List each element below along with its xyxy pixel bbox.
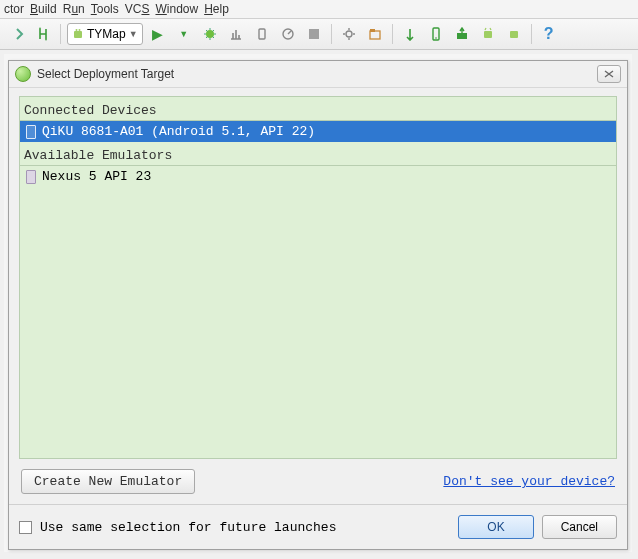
svg-rect-13 — [484, 31, 492, 38]
run-config-label: TYMap — [87, 27, 126, 41]
android-icon[interactable] — [477, 23, 499, 45]
android-icon — [72, 28, 84, 40]
toolbar-separator — [531, 24, 532, 44]
avd-manager-icon[interactable] — [425, 23, 447, 45]
device-pane-footer: Create New Emulator Don't see your devic… — [19, 459, 617, 498]
run-menu-button[interactable]: ▼ — [173, 23, 195, 45]
dont-see-device-link[interactable]: Don't see your device? — [443, 474, 615, 489]
device-list-empty-area[interactable] — [20, 187, 616, 458]
toolbar-separator — [331, 24, 332, 44]
remember-selection-checkbox[interactable] — [19, 521, 32, 534]
dialog-content: Connected Devices QiKU 8681-A01 (Android… — [9, 88, 627, 504]
svg-point-11 — [435, 37, 437, 39]
dialog-title: Select Deployment Target — [37, 67, 591, 81]
stop-button[interactable] — [303, 23, 325, 45]
sync-gradle-icon[interactable] — [399, 23, 421, 45]
profile-button[interactable] — [225, 23, 247, 45]
coverage-icon[interactable] — [277, 23, 299, 45]
save-all-icon[interactable] — [6, 23, 28, 45]
phone-icon — [26, 125, 36, 139]
menu-item-help[interactable]: Help — [204, 2, 229, 16]
svg-rect-12 — [457, 33, 467, 39]
svg-point-1 — [76, 29, 78, 31]
device-list-pane: Connected Devices QiKU 8681-A01 (Android… — [19, 96, 617, 459]
menu-item-window[interactable]: Window — [155, 2, 198, 16]
run-button[interactable]: ▶ — [147, 23, 169, 45]
project-structure-icon[interactable] — [364, 23, 386, 45]
menu-item-build[interactable]: Build — [30, 2, 57, 16]
connected-devices-header: Connected Devices — [20, 97, 616, 120]
deployment-target-dialog: Select Deployment Target Connected Devic… — [8, 60, 628, 550]
toolbar: TYMap ▼ ▶ ▼ ? — [0, 19, 638, 50]
menu-item-tools[interactable]: Tools — [91, 2, 119, 16]
sync-icon[interactable] — [32, 23, 54, 45]
cancel-button[interactable]: Cancel — [542, 515, 617, 539]
svg-point-2 — [79, 29, 81, 31]
chevron-down-icon: ▼ — [129, 29, 138, 39]
svg-rect-0 — [74, 31, 82, 38]
debug-button[interactable] — [199, 23, 221, 45]
device-row-connected[interactable]: QiKU 8681-A01 (Android 5.1, API 22) — [20, 121, 616, 142]
svg-point-7 — [346, 31, 352, 37]
phone-icon — [26, 170, 36, 184]
svg-rect-9 — [370, 29, 375, 32]
settings-icon[interactable] — [338, 23, 360, 45]
toolbar-separator — [392, 24, 393, 44]
svg-rect-6 — [309, 29, 319, 39]
menu-item-refactor[interactable]: ctor — [4, 2, 24, 16]
device-label: QiKU 8681-A01 (Android 5.1, API 22) — [42, 124, 315, 139]
sdk-manager-icon[interactable] — [451, 23, 473, 45]
close-icon — [604, 70, 614, 78]
help-icon[interactable]: ? — [538, 23, 560, 45]
android-monitor-icon[interactable] — [503, 23, 525, 45]
dialog-titlebar: Select Deployment Target — [9, 61, 627, 88]
ok-button[interactable]: OK — [458, 515, 533, 539]
menu-item-vcs[interactable]: VCS — [125, 2, 150, 16]
menu-bar: ctor Build Run Tools VCS Window Help — [0, 0, 638, 19]
svg-rect-14 — [510, 31, 518, 38]
run-config-combo[interactable]: TYMap ▼ — [67, 23, 143, 45]
create-new-emulator-button[interactable]: Create New Emulator — [21, 469, 195, 494]
close-button[interactable] — [597, 65, 621, 83]
device-label: Nexus 5 API 23 — [42, 169, 151, 184]
dialog-footer: Use same selection for future launches O… — [9, 504, 627, 549]
android-studio-icon — [15, 66, 31, 82]
remember-selection-label: Use same selection for future launches — [40, 520, 336, 535]
toolbar-separator — [60, 24, 61, 44]
device-row-emulator[interactable]: Nexus 5 API 23 — [20, 166, 616, 187]
svg-rect-4 — [259, 29, 265, 39]
attach-debugger-icon[interactable] — [251, 23, 273, 45]
menu-item-run[interactable]: Run — [63, 2, 85, 16]
available-emulators-header: Available Emulators — [20, 142, 616, 165]
svg-rect-8 — [370, 31, 380, 39]
